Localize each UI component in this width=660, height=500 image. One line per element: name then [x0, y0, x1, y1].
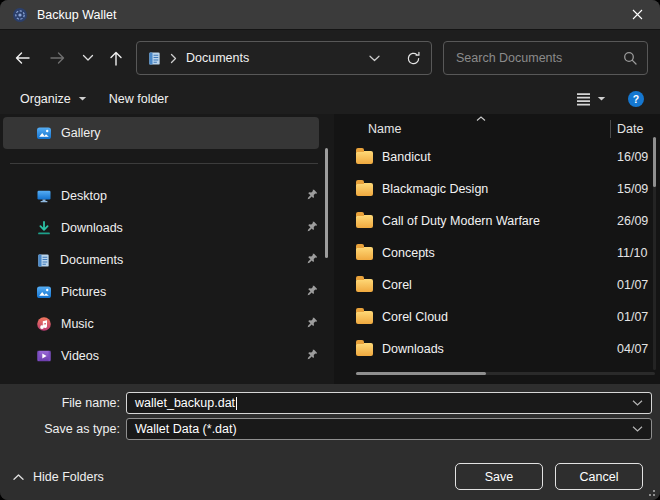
search-input[interactable] [454, 50, 623, 66]
forward-button[interactable] [45, 46, 69, 70]
column-separator[interactable] [610, 120, 611, 138]
chevron-down-icon [82, 54, 94, 62]
location-documents-icon [147, 51, 162, 66]
file-rows: Bandicut 16/09 Blackmagic Design 15/09 C… [334, 141, 660, 365]
save-button[interactable]: Save [455, 463, 543, 490]
sidebar-scrollbar[interactable] [325, 148, 328, 372]
help-button[interactable]: ? [628, 91, 644, 107]
vertical-scrollbar-thumb[interactable] [653, 137, 656, 187]
folder-icon [356, 343, 373, 356]
file-name: Concepts [382, 246, 435, 260]
sidebar-item-documents[interactable]: Documents [0, 244, 334, 276]
close-icon [632, 9, 643, 20]
question-mark-icon: ? [633, 93, 639, 105]
file-row[interactable]: Call of Duty Modern Warfare 26/09 [334, 205, 660, 237]
forward-arrow-icon [49, 50, 66, 66]
sidebar-items: Desktop Downloads [0, 180, 334, 372]
save-as-type-select[interactable]: Wallet Data (*.dat) [126, 418, 652, 440]
up-button[interactable] [104, 46, 128, 70]
folder-icon [356, 279, 373, 292]
toolbar-right-group: ? [576, 91, 644, 107]
file-row[interactable]: Downloads 04/07 [334, 333, 660, 365]
search-box [443, 41, 648, 75]
documents-icon [36, 253, 51, 268]
address-bar[interactable]: Documents [136, 41, 432, 75]
vertical-scrollbar[interactable] [653, 137, 656, 370]
recent-locations-button[interactable] [76, 46, 100, 70]
music-icon [36, 316, 52, 332]
file-row[interactable]: Blackmagic Design 15/09 [334, 173, 660, 205]
file-name-value: wallet_backup.dat [135, 396, 235, 410]
save-as-type-value: Wallet Data (*.dat) [135, 422, 237, 436]
save-as-type-label: Save as type: [0, 422, 120, 436]
window-title: Backup Wallet [37, 8, 116, 22]
column-header-date[interactable]: Date [617, 122, 643, 136]
sidebar-item-downloads[interactable]: Downloads [0, 212, 334, 244]
new-folder-label: New folder [109, 92, 169, 106]
sidebar-item-label: Videos [61, 349, 99, 363]
file-name: Blackmagic Design [382, 182, 488, 196]
chevron-up-icon [13, 474, 24, 480]
app-icon [12, 7, 28, 23]
file-name: Corel Cloud [382, 310, 448, 324]
resize-grip[interactable] [647, 488, 655, 496]
hide-folders-label: Hide Folders [33, 470, 104, 484]
sidebar-item-pictures[interactable]: Pictures [0, 276, 334, 308]
file-name: Bandicut [382, 150, 431, 164]
horizontal-scrollbar-thumb[interactable] [356, 372, 486, 375]
file-list: Name Date Bandicut 16/09 Blackmagic Desi… [334, 114, 660, 384]
sidebar-item-label: Pictures [61, 285, 106, 299]
sidebar-item-gallery[interactable]: Gallery [3, 117, 319, 149]
folder-icon [356, 311, 373, 324]
sidebar-item-label: Downloads [61, 221, 123, 235]
sidebar: Gallery Desktop Download [0, 114, 334, 384]
sidebar-item-music[interactable]: Music [0, 308, 334, 340]
file-row[interactable]: Corel 01/07 [334, 269, 660, 301]
navigation-bar: Documents [0, 30, 660, 84]
folder-icon [356, 183, 373, 196]
content-area: Gallery Desktop Download [0, 114, 660, 384]
pin-icon [305, 284, 319, 298]
view-options-button[interactable] [576, 93, 606, 106]
file-row[interactable]: Corel Cloud 01/07 [334, 301, 660, 333]
column-header-name[interactable]: Name [368, 122, 401, 136]
gallery-icon [36, 125, 52, 141]
save-as-type-dropdown-icon[interactable] [632, 426, 643, 432]
videos-icon [36, 348, 52, 364]
sort-ascending-icon [476, 116, 486, 121]
close-button[interactable] [614, 0, 660, 29]
file-name: Downloads [382, 342, 444, 356]
folder-icon [356, 151, 373, 164]
breadcrumb-location[interactable]: Documents [186, 51, 249, 65]
back-arrow-icon [14, 50, 31, 66]
titlebar: Backup Wallet [0, 0, 660, 30]
sidebar-item-desktop[interactable]: Desktop [0, 180, 334, 212]
file-name-dropdown-icon[interactable] [632, 400, 643, 406]
refresh-button[interactable] [406, 51, 421, 66]
text-caret [236, 397, 237, 410]
folder-icon [356, 247, 373, 260]
hide-folders-button[interactable]: Hide Folders [13, 470, 104, 484]
chevron-down-icon [78, 96, 87, 102]
new-folder-button[interactable]: New folder [109, 92, 169, 106]
pin-icon [305, 348, 319, 362]
horizontal-scrollbar[interactable] [356, 372, 655, 375]
sidebar-item-label: Documents [60, 253, 123, 267]
file-row[interactable]: Bandicut 16/09 [334, 141, 660, 173]
folder-icon [356, 215, 373, 228]
pin-icon [305, 220, 319, 234]
address-dropdown-icon[interactable] [369, 55, 380, 62]
cancel-button[interactable]: Cancel [555, 463, 643, 490]
sidebar-scrollbar-thumb[interactable] [325, 148, 328, 258]
save-dialog-window: Backup Wallet Documents [0, 0, 660, 500]
desktop-icon [36, 188, 52, 204]
organize-button[interactable]: Organize [20, 92, 87, 106]
file-name-input[interactable]: wallet_backup.dat [126, 392, 652, 414]
sidebar-item-videos[interactable]: Videos [0, 340, 334, 372]
sidebar-item-label: Gallery [61, 126, 101, 140]
pin-icon [305, 188, 319, 202]
file-name: Corel [382, 278, 412, 292]
file-row[interactable]: Concepts 11/10 [334, 237, 660, 269]
organize-label: Organize [20, 92, 71, 106]
back-button[interactable] [10, 46, 34, 70]
